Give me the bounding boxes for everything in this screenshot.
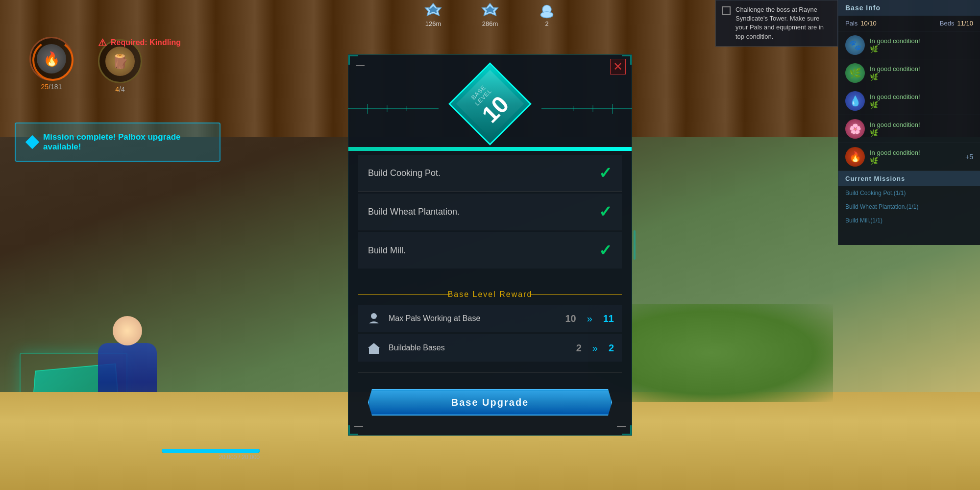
mission-notification-text: Mission complete! Palbox upgrade availab…: [43, 132, 208, 152]
pal-avatar-4: 🌸: [845, 119, 865, 139]
pal-leaf-5: 🌿: [870, 157, 878, 165]
mission-text-wheat: Build Wheat Plantation.: [368, 207, 460, 217]
right-panel: Base Info Pals 10/10 Beds 11/10 🐾 In goo…: [838, 0, 980, 245]
pal-leaf-2: 🌿: [870, 73, 878, 81]
modal-minimize-bottom-left[interactable]: —: [354, 421, 363, 431]
current-mission-3: Build Mill.(1/1): [838, 214, 980, 227]
base-level-modal: — Base Level 10: [348, 54, 632, 436]
beds-value: 11/10: [957, 20, 973, 27]
hud-stat-2-value: 286m: [482, 20, 498, 27]
resource-fire-circle: 🔥: [29, 37, 74, 81]
reward-label-bases: Buildable Bases: [389, 343, 569, 352]
pal-condition-2: 🌿 In good condition! 🌿: [838, 59, 980, 87]
resource-wood-count: 4/4: [115, 85, 124, 93]
level-bar-fill: [348, 147, 632, 151]
mission-text-cooking: Build Cooking Pot.: [368, 168, 441, 178]
missions-list: Build Cooking Pot. ✓ Build Wheat Plantat…: [348, 155, 632, 269]
pals-value: 10/10: [860, 20, 877, 27]
hud-stat-2: 286m: [481, 2, 499, 27]
pal-status-3: In good condition!: [870, 93, 920, 100]
mission-item-wheat: Build Wheat Plantation. ✓: [358, 194, 622, 230]
reward-icon-bases: [366, 340, 382, 356]
upgrade-button-container: Base Upgrade: [348, 377, 632, 425]
base-upgrade-button[interactable]: Base Upgrade: [368, 389, 612, 416]
reward-divider: [358, 372, 622, 373]
svg-point-6: [33, 41, 73, 80]
current-mission-2: Build Wheat Plantation.(1/1): [838, 200, 980, 214]
reward-arrow-pals: »: [587, 313, 592, 324]
svg-marker-17: [368, 343, 380, 348]
progress-bar-background: [162, 449, 260, 453]
mission-check-cooking: ✓: [599, 164, 612, 182]
base-level-header: Base Level 10: [348, 55, 632, 143]
mission-text-mill: Build Mill.: [368, 245, 406, 256]
level-bar-container: [348, 147, 632, 151]
pal-status-4: In good condition!: [870, 121, 920, 128]
modal-minimize-bottom-right[interactable]: —: [617, 421, 626, 431]
svg-point-15: [371, 313, 377, 319]
progress-text: 20,000 / 20,000: [162, 454, 260, 461]
reward-label-pals: Max Pals Working at Base: [389, 314, 558, 323]
pal-status-5: In good condition!: [870, 149, 920, 156]
progress-bar-area: 20,000 / 20,000: [162, 449, 260, 461]
reward-row-bases: Buildable Bases 2 » 2: [358, 334, 622, 362]
reward-new-pals: 11: [603, 313, 614, 324]
resource-fire-container: 🔥 25/181: [29, 37, 74, 81]
pal-avatar-1: 🐾: [845, 35, 865, 55]
reward-old-bases: 2: [576, 343, 582, 354]
reward-arrow-bases: »: [592, 343, 598, 354]
mission-diamond-icon: [25, 135, 39, 149]
current-mission-1: Build Cooking Pot.(1/1): [838, 186, 980, 200]
pal-avatar-5: 🔥: [845, 147, 865, 167]
reward-new-bases: 2: [609, 343, 614, 354]
pals-stat: Pals 10/10: [845, 20, 877, 27]
pal-condition-5: 🔥 In good condition! 🌿 +5: [838, 143, 980, 171]
hud-icon-3: [538, 2, 556, 20]
progress-bar-fill: [162, 449, 260, 453]
svg-point-5: [540, 11, 553, 18]
mission-item-cooking: Build Cooking Pot. ✓: [358, 155, 622, 192]
base-info-stats: Pals 10/10 Beds 11/10: [838, 16, 980, 31]
wood-icon: 🪵: [105, 47, 135, 76]
hud-stat-3-value: 2: [545, 20, 548, 27]
required-text: Required: Kindling: [111, 38, 181, 47]
reward-title: Base Level Reward: [358, 290, 622, 299]
pal-leaf-1: 🌿: [870, 45, 878, 53]
mission-check-mill: ✓: [599, 241, 612, 260]
reward-old-pals: 10: [565, 313, 576, 324]
resource-fire-count: 25/181: [41, 83, 62, 91]
hud-stat-1-value: 126m: [425, 20, 441, 27]
quest-text: Challenge the boss at Rayne Syndicate's …: [735, 5, 832, 41]
modal-close-button[interactable]: ✕: [610, 59, 626, 74]
mission-check-wheat: ✓: [599, 202, 612, 221]
pal-condition-3: 💧 In good condition! 🌿: [838, 87, 980, 115]
pal-leaf-4: 🌿: [870, 129, 878, 137]
plus-badge: +5: [965, 153, 973, 161]
required-indicator: ⚠ Required: Kindling: [98, 37, 181, 49]
character-head: [113, 316, 142, 345]
pal-leaf-3: 🌿: [870, 101, 878, 109]
quest-checkbox[interactable]: [722, 6, 731, 15]
beds-label: Beds: [940, 20, 955, 27]
hud-icon-2: [481, 2, 499, 20]
reward-section: Base Level Reward Max Pals Working at Ba…: [348, 280, 632, 368]
pal-status-2: In good condition!: [870, 65, 920, 73]
pal-avatar-2: 🌿: [845, 63, 865, 83]
scrollbar-indicator[interactable]: [634, 230, 636, 260]
quest-notification: Challenge the boss at Rayne Syndicate's …: [715, 0, 838, 47]
beds-stat: Beds 11/10: [940, 20, 973, 27]
reward-icon-pals: [366, 311, 382, 326]
base-level-diamond: Base Level 10: [451, 65, 529, 143]
mission-notification: Mission complete! Palbox upgrade availab…: [15, 122, 220, 162]
hud-stat-1: 126m: [424, 2, 442, 27]
pal-condition-4: 🌸 In good condition! 🌿: [838, 115, 980, 143]
pals-label: Pals: [845, 20, 858, 27]
pal-status-1: In good condition!: [870, 37, 920, 45]
svg-rect-16: [369, 348, 379, 354]
hud-stat-3: 2: [538, 2, 556, 27]
current-missions-header: Current Missions: [838, 171, 980, 186]
pal-avatar-3: 💧: [845, 91, 865, 111]
base-info-header: Base Info: [838, 0, 980, 16]
mission-item-mill: Build Mill. ✓: [358, 232, 622, 269]
hud-icon-1: [424, 2, 442, 20]
